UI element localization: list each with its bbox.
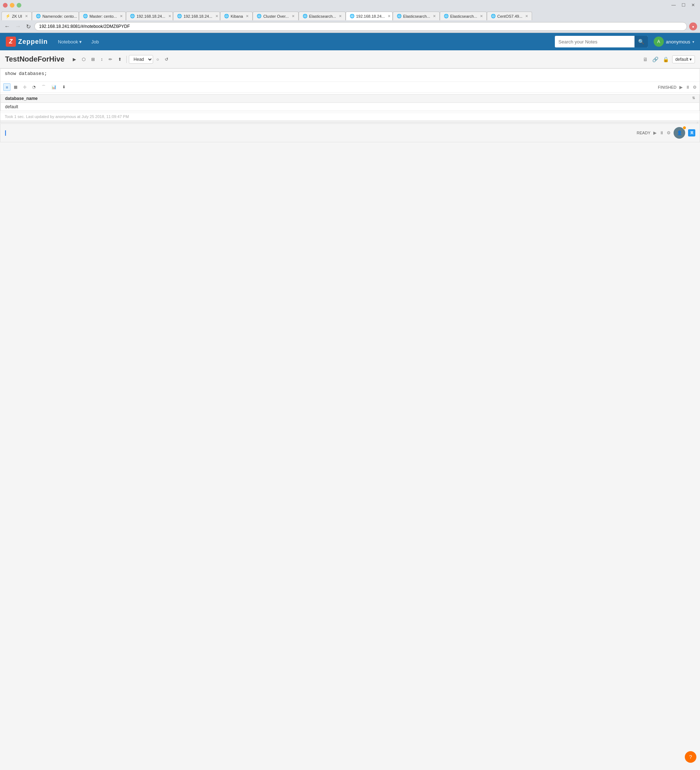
hide-output-button[interactable]: ⊞ [89, 55, 97, 63]
extension-red-button[interactable]: ● [689, 23, 697, 31]
tab-close-master[interactable]: ✕ [120, 14, 123, 18]
tab-label-elastic3: Elasticsearch... [450, 14, 477, 18]
avatar-badge-chinese: 英 [688, 129, 695, 136]
chart-download-button[interactable]: ⬇ [60, 83, 68, 91]
header-user[interactable]: A anonymous ▾ [654, 37, 694, 47]
notebook-toolbar: ▶ ⬡ ⊞ ↕ ✏ ⬆ Head ○ ↺ [70, 55, 171, 64]
nav-job[interactable]: Job [87, 37, 103, 47]
close-window-button[interactable] [3, 3, 8, 8]
tab-label-ip1: 192.168.18.24... [136, 14, 165, 18]
monitor-icon-button[interactable]: 🖥 [642, 55, 649, 63]
browser-tab-ip1[interactable]: 🌐 192.168.18.24... ✕ [126, 11, 173, 20]
tab-close-kibana[interactable]: ✕ [246, 14, 249, 18]
tab-close-cluster[interactable]: ✕ [292, 14, 294, 18]
forward-button[interactable]: → [14, 23, 23, 31]
para-settings-icon[interactable]: ⚙ [693, 85, 697, 90]
chart-area-button[interactable]: ⌒ [39, 83, 48, 91]
title-bar-menu-button[interactable]: — [669, 2, 678, 8]
address-input[interactable]: 192.168.18.241:8081/#/notebook/2DMZ6PYDF [34, 22, 687, 31]
paragraph-1-result: database_name ⇅ default [0, 93, 700, 113]
para-run-icon[interactable]: ▶ [679, 85, 683, 90]
tab-label-namenode: Namenode: cento... [42, 14, 77, 18]
column-header-database-name: database_name ⇅ [1, 94, 700, 103]
title-bar-right: — ☐ ✕ [669, 2, 697, 8]
tab-close-elastic2[interactable]: ✕ [433, 14, 436, 18]
result-table-header: database_name ⇅ [1, 94, 700, 103]
tab-favicon-ip2: 🌐 [177, 14, 182, 19]
browser-tab-bar: ⚡ ZK UI ✕ 🌐 Namenode: cento... ✕ 🌐 Maste… [0, 10, 700, 20]
browser-tab-kibana[interactable]: 🌐 Kibana ✕ [220, 11, 253, 20]
refresh-button[interactable]: ○ [154, 55, 162, 63]
browser-tab-ip2[interactable]: 🌐 192.168.18.24... ✕ [173, 11, 220, 20]
browser-tab-active[interactable]: 🌐 192.168.18.24... ✕ [346, 11, 393, 20]
notebook-title-right: 🖥 🔗 🔒 default ▾ [642, 55, 695, 63]
tab-label-ip2: 192.168.18.24... [184, 14, 212, 18]
result-header-row: database_name ⇅ [1, 94, 700, 103]
tab-close-elastic1[interactable]: ✕ [339, 14, 342, 18]
browser-chrome: — ☐ ✕ ⚡ ZK UI ✕ 🌐 Namenode: cento... ✕ 🌐… [0, 0, 700, 33]
title-bar-restore-button[interactable]: ☐ [679, 2, 688, 8]
user-chevron-icon: ▾ [692, 40, 694, 44]
zeppelin-logo[interactable]: Z Zeppelin [6, 37, 48, 47]
logo-icon: Z [6, 37, 16, 47]
result-table-1: database_name ⇅ default [0, 94, 700, 111]
browser-tab-elastic2[interactable]: 🌐 Elasticsearch... ✕ [393, 11, 440, 20]
chart-scatter-button[interactable]: ⊹ [21, 83, 29, 91]
reload-button[interactable]: ↻ [24, 23, 32, 31]
nav-notebook[interactable]: Notebook ▾ [53, 37, 86, 47]
interpreter-select[interactable]: Head [129, 55, 153, 64]
tab-close-active[interactable]: ✕ [388, 14, 391, 18]
clear-output-button[interactable]: ↕ [98, 55, 105, 63]
browser-tab-centos[interactable]: 🌐 CentOS7.49... ✕ [487, 11, 532, 20]
para-pause-icon[interactable]: ⏸ [685, 85, 690, 90]
code-editor-1[interactable]: show databases; [0, 69, 700, 82]
para2-settings-icon[interactable]: ⚙ [667, 130, 671, 135]
paragraph-2-container: | READY ▶ ⏸ ⚙ 👤 英 [0, 124, 700, 142]
tab-favicon-kibana: 🌐 [224, 14, 229, 19]
search-button[interactable]: 🔍 [634, 36, 648, 47]
tab-favicon-zk: ⚡ [5, 14, 10, 19]
hide-code-button[interactable]: ⬡ [79, 55, 88, 63]
tab-close-zk[interactable]: ✕ [25, 14, 28, 18]
chart-histogram-button[interactable]: 📊 [49, 83, 59, 91]
export-button[interactable]: ⬆ [115, 55, 124, 63]
run-all-button[interactable]: ▶ [70, 55, 79, 63]
chart-pie-button[interactable]: ◔ [30, 83, 38, 91]
para2-user-avatar: 👤 [674, 127, 685, 139]
tab-close-centos[interactable]: ✕ [525, 14, 528, 18]
share-icon-button[interactable]: 🔗 [651, 55, 660, 63]
commit-button[interactable]: ↺ [162, 55, 171, 63]
column-sort-icon[interactable]: ⇅ [692, 96, 695, 100]
browser-tab-zk-ui[interactable]: ⚡ ZK UI ✕ [2, 11, 32, 20]
tab-close-ip2[interactable]: ✕ [215, 14, 218, 18]
browser-tab-elastic1[interactable]: 🌐 Elasticsearch... ✕ [299, 11, 346, 20]
tab-favicon-cluster: 🌐 [257, 14, 262, 19]
tab-close-ip1[interactable]: ✕ [168, 14, 171, 18]
lock-icon-button[interactable]: 🔒 [662, 55, 670, 63]
chart-table-button[interactable]: ≡ [3, 83, 10, 91]
clone-button[interactable]: ✏ [106, 55, 115, 63]
paragraph-1-footer: Took 1 sec. Last updated by anonymous at… [0, 113, 700, 120]
title-bar-close-button[interactable]: ✕ [689, 2, 697, 8]
paragraph-1-resize-handle[interactable]: ⌟ [0, 120, 700, 122]
code-text-1: show databases; [5, 71, 47, 76]
paragraph-2: | READY ▶ ⏸ ⚙ 👤 英 [0, 123, 700, 142]
para2-run-icon[interactable]: ▶ [653, 130, 656, 135]
logo-z-letter: Z [9, 38, 13, 45]
minimize-window-button[interactable] [10, 3, 15, 8]
chart-bar-button[interactable]: ▦ [11, 83, 20, 91]
browser-tab-elastic3[interactable]: 🌐 Elasticsearch... ✕ [440, 11, 487, 20]
tab-label-cluster: Cluster Over... [263, 14, 288, 18]
para2-pause-icon[interactable]: ⏸ [660, 130, 664, 135]
maximize-window-button[interactable] [17, 3, 21, 8]
paragraph-1: show databases; ≡ ▦ ⊹ ◔ ⌒ 📊 ⬇ FINISHED ▶… [0, 68, 700, 123]
tab-close-elastic3[interactable]: ✕ [480, 14, 483, 18]
browser-tab-cluster[interactable]: 🌐 Cluster Over... ✕ [253, 11, 298, 20]
user-name: anonymous [666, 39, 690, 45]
browser-tab-master[interactable]: 🌐 Master: cento... ✕ [79, 11, 126, 20]
search-input[interactable] [555, 38, 634, 46]
back-button[interactable]: ← [3, 23, 11, 31]
browser-tab-namenode[interactable]: 🌐 Namenode: cento... ✕ [32, 11, 79, 20]
floating-action-button[interactable]: ? [685, 751, 697, 763]
default-dropdown-button[interactable]: default ▾ [672, 55, 695, 63]
